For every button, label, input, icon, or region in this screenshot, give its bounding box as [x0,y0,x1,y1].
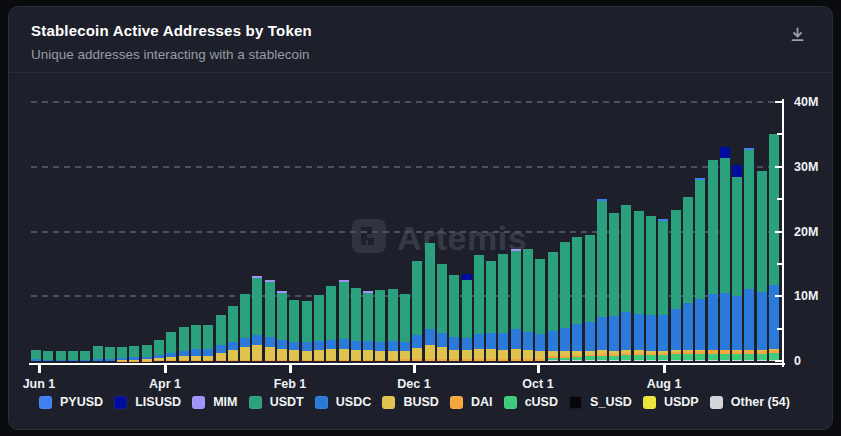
bar-50[interactable] [646,216,656,361]
bar-16-segment-usdc [228,342,238,350]
bar-9[interactable] [142,345,152,361]
bar-55[interactable] [708,160,718,361]
legend-item-pyusd[interactable]: PYUSD [39,395,103,409]
legend-item-dai[interactable]: DAI [450,395,493,409]
bar-42[interactable] [548,252,558,361]
bar-48[interactable] [621,205,631,361]
bar-56[interactable] [720,147,730,361]
bar-37[interactable] [486,261,496,361]
bar-12[interactable] [179,327,189,361]
legend-item-usdp[interactable]: USDP [643,395,699,409]
bar-27[interactable] [363,291,373,361]
bar-1[interactable] [43,351,53,361]
bar-32-segment-busd [425,345,435,359]
bar-6[interactable] [105,347,115,361]
bar-16-segment-usdt [228,306,238,342]
bar-34-segment-usdt [449,275,459,337]
bar-17[interactable] [240,294,250,361]
legend-chip-busd [382,396,395,409]
legend-chip-usdt [249,396,262,409]
legend-item-lisusd[interactable]: LISUSD [114,395,181,409]
bar-24-segment-dai [326,360,336,361]
bar-25-segment-usdc [339,339,349,349]
bar-19[interactable] [265,280,275,361]
download-button[interactable] [784,23,810,49]
bar-23-segment-usdc [314,341,324,350]
bar-8[interactable] [129,346,139,361]
bar-52[interactable] [671,210,681,362]
download-icon [789,26,806,47]
bar-0[interactable] [31,350,41,361]
legend-item-usdc[interactable]: USDC [315,395,371,409]
bar-30[interactable] [400,294,410,361]
bar-26[interactable] [351,288,361,361]
bar-22[interactable] [302,301,312,361]
bar-21-segment-busd [289,350,299,360]
legend-item-s_usd[interactable]: S_USD [569,395,632,409]
bar-39[interactable] [511,249,521,361]
legend-item-other[interactable]: Other (54) [710,395,790,409]
bar-38[interactable] [498,254,508,361]
bar-54[interactable] [695,178,705,361]
bar-4[interactable] [80,351,90,361]
bar-57[interactable] [732,165,742,361]
bar-18[interactable] [252,276,262,361]
bar-41-segment-busd [535,351,545,359]
bar-35[interactable] [462,274,472,361]
bar-52-segment-other [671,360,681,361]
bar-44[interactable] [572,237,582,361]
bar-2[interactable] [56,351,66,361]
bar-43[interactable] [560,242,570,361]
bar-10-segment-usdt [154,340,164,354]
bar-20[interactable] [277,291,287,361]
bar-41[interactable] [535,259,545,361]
bar-36[interactable] [474,255,484,361]
bar-34[interactable] [449,275,459,361]
bar-42-segment-usdc [548,331,558,352]
y-axis-line [782,99,784,367]
bar-21[interactable] [289,300,299,361]
bar-5[interactable] [93,346,103,361]
bar-58[interactable] [744,148,754,361]
bar-55-segment-usdt [708,160,718,294]
bar-52-segment-usdc [671,309,681,350]
bar-25[interactable] [339,280,349,361]
legend-item-cusd[interactable]: cUSD [504,395,558,409]
bar-45[interactable] [585,235,595,361]
bar-14[interactable] [203,325,213,361]
bar-15[interactable] [216,315,226,361]
bar-49[interactable] [634,211,644,361]
bar-39-segment-dai [511,359,521,361]
bar-3[interactable] [68,351,78,361]
stacked-bar-chart: Artemis Jun 1Apr 1Feb 1Dec 1Oct 1Aug 101… [9,73,832,373]
bar-53[interactable] [683,197,693,361]
bar-32[interactable] [425,243,435,361]
bar-23[interactable] [314,295,324,361]
bar-35-segment-usdt [462,280,472,338]
bar-24[interactable] [326,286,336,361]
bar-51[interactable] [658,219,668,361]
y-minor-tick-5M [777,328,782,330]
bar-47-segment-usdt [609,213,619,316]
bar-10[interactable] [154,340,164,361]
bar-26-segment-dai [351,360,361,361]
bar-11[interactable] [166,332,176,361]
bar-33[interactable] [437,264,447,361]
legend-chip-lisusd [114,396,127,409]
bar-7[interactable] [117,347,127,361]
legend-item-usdt[interactable]: USDT [249,395,304,409]
bar-47-segment-usdc [609,316,619,351]
bar-29[interactable] [388,288,398,361]
bar-59[interactable] [757,171,767,361]
bar-16[interactable] [228,306,238,361]
legend-item-busd[interactable]: BUSD [382,395,438,409]
bar-30-segment-usdt [400,294,410,342]
y-tick-40M [775,101,782,103]
bar-31[interactable] [412,261,422,361]
bar-46[interactable] [597,199,607,361]
bar-40[interactable] [523,249,533,361]
legend-item-mim[interactable]: MIM [192,395,237,409]
bar-13[interactable] [191,325,201,361]
bar-47[interactable] [609,213,619,361]
bar-28[interactable] [375,290,385,361]
